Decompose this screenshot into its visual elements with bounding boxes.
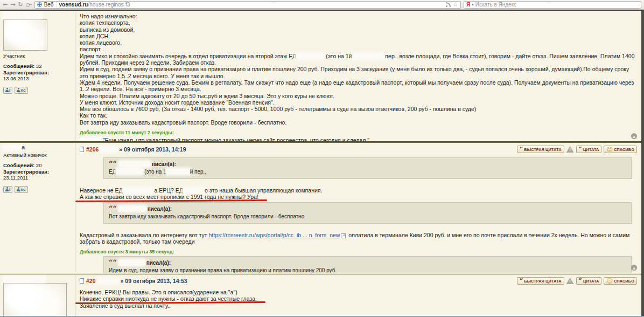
profile-button[interactable]: лс — [15, 186, 27, 193]
author-panel: аАктивный новичокСообщений: 20Зарегистри… — [0, 143, 75, 273]
post-paragraph: Ждем 4 недели. Получаем решение суда. Бе… — [80, 79, 637, 93]
redacted-username — [101, 147, 117, 152]
quote-icon: ““ — [109, 258, 117, 266]
report-icon[interactable]: ! — [566, 278, 574, 284]
quote-header: ““ писал(а): — [109, 204, 626, 212]
thanks-button[interactable]: ☺СПАСИБО — [604, 146, 637, 153]
author-name[interactable] — [3, 275, 72, 282]
thanks-button[interactable]: ☺СПАСИБО — [604, 277, 637, 285]
redacted-text — [296, 53, 324, 59]
post-paragraph: Наверное не ЕД а ЕРЦ? ЕДо это наша бывша… — [80, 187, 637, 194]
profile-button[interactable]: i — [3, 186, 12, 193]
post-date: » 09 октября 2013, 14:19 — [119, 146, 186, 153]
stat-label: Зарегистрирован: — [3, 70, 49, 75]
search-input[interactable]: Я ▾ Искать в Яндекс — [464, 1, 641, 9]
forum-post: #20» 09 октября 2013, 14:53“БЫСТРАЯ ЦИТА… — [0, 274, 641, 316]
stat-label: Сообщений: — [3, 162, 36, 168]
key-icon[interactable] — [26, 3, 32, 6]
text: Как то так. — [80, 112, 107, 119]
bookmark-star-icon[interactable]: ☆ — [453, 1, 458, 8]
page-icon[interactable] — [80, 278, 84, 284]
stat-value: 23.11.2011 — [3, 175, 28, 181]
post-paragraph: Идем тихо и спокойно занимать очередь в … — [80, 53, 637, 66]
scrollbar[interactable] — [641, 11, 644, 317]
text: Что надо изначально: — [80, 13, 137, 19]
report-icon[interactable]: ! — [566, 146, 574, 153]
author-name[interactable]: а — [3, 144, 72, 150]
red-underlined-text: Никакие справки ниоткуда не нужны - отка… — [80, 295, 257, 302]
post-body: #206» 09 октября 2013, 14:19“БЫСТРАЯ ЦИТ… — [75, 143, 641, 273]
post-number[interactable]: #206 — [86, 146, 99, 153]
text: выписка из домовой, — [80, 26, 135, 33]
smiley-icon: ☺ — [606, 147, 612, 153]
avatar — [3, 283, 67, 316]
redacted-text — [183, 188, 205, 193]
quote-button[interactable]: “ЦИТАТА — [576, 277, 602, 285]
search-placeholder: Искать в Яндекс — [475, 2, 516, 8]
web-button[interactable]: Веб — [44, 2, 57, 8]
fast-quote-button[interactable]: “БЫСТРАЯ ЦИТАТА — [517, 277, 564, 285]
chevron-down-icon[interactable]: ▾ — [472, 3, 474, 7]
post-body: #20» 09 октября 2013, 14:53“БЫСТРАЯ ЦИТА… — [75, 274, 641, 316]
post-paragraph: паспорт . — [80, 46, 637, 52]
stat-value: 13.06.2013 — [3, 75, 29, 81]
profile-buttons: iлс — [3, 186, 72, 193]
post-paragraph: Конечно, ЕРКЦ! Вы правы. Это я описался(… — [80, 289, 637, 295]
redacted-text — [119, 206, 146, 211]
author-stat: Зарегистрирован: 13.06.2013 — [3, 70, 72, 82]
quote-button[interactable]: “ЦИТАТА — [576, 146, 602, 153]
globe-icon — [37, 2, 42, 7]
url-path: /house-reginos-f3 — [88, 2, 130, 8]
url-text[interactable]: voensud.ru/house-reginos-f3 — [59, 2, 130, 8]
author-name[interactable] — [3, 12, 72, 18]
rss-icon[interactable] — [445, 2, 451, 8]
post-actions: “БЫСТРАЯ ЦИТАТА!“ЦИТАТА☺СПАСИБО — [517, 146, 637, 153]
quote-line: ЕД (это на 1й пер., — [109, 169, 626, 175]
redacted-text — [353, 53, 383, 59]
text: Ждем 4 недели. Получаем решение суда. Бе… — [80, 79, 634, 92]
post-paragraph: У меня клюют. Источник дохода носит горд… — [80, 99, 637, 106]
quote-icon: ““ — [109, 204, 117, 212]
text: копия техпаспорта, — [80, 19, 130, 26]
page-icon[interactable] — [80, 147, 84, 152]
profile-button[interactable]: лс — [15, 87, 27, 94]
post-paragraph: Что надо изначально: — [80, 13, 637, 19]
text: Вот завтра иду заказывать кадастровый па… — [80, 119, 286, 126]
added-later-note: Добавлено спустя 11 минут 2 секунды: — [80, 130, 637, 135]
quote-line: Идем в суд, подаем заяву о признании пра… — [109, 267, 626, 274]
author-panel — [0, 274, 75, 316]
text: Можно проще. Платим адвокату от 20 до 50… — [80, 93, 334, 99]
forum-post: УчастникСообщений: 32Зарегистрирован: 13… — [0, 11, 641, 143]
text: копия лицевого, — [80, 39, 122, 46]
quote-box: ““ писал(а):Идем в суд, подаем заяву о п… — [103, 256, 632, 274]
post-body: Что надо изначально:копия техпаспорта,вы… — [75, 11, 641, 141]
post-number[interactable]: #20 — [86, 278, 96, 284]
profile-button-label: i — [9, 88, 10, 93]
redacted-text — [3, 276, 45, 281]
refresh-icon[interactable]: ↻ — [18, 2, 23, 8]
text: паспорт . — [80, 46, 104, 52]
stat-value: 20 — [36, 162, 42, 168]
link[interactable]: https://rosreestr.ru/wps/portal/p/cc_ib … — [208, 232, 340, 238]
forward-icon[interactable]: → — [10, 2, 15, 8]
redacted-text — [123, 188, 153, 193]
url-domain: voensud.ru — [59, 2, 88, 8]
address-bar[interactable]: Веб voensud.ru/house-reginos-f3 ☆ — [34, 1, 461, 9]
fast-quote-button[interactable]: “БЫСТРАЯ ЦИТАТА — [517, 146, 564, 153]
back-icon[interactable]: ← — [3, 2, 8, 8]
redacted-text — [80, 137, 101, 143]
text: писал(а): — [145, 260, 171, 266]
added-later-note: Добавлено спустя 3 минуты 35 секунд: — [80, 249, 637, 254]
text: а — [22, 144, 25, 150]
profile-button-label: i — [9, 187, 10, 192]
post-actions: “БЫСТРАЯ ЦИТАТА!“ЦИТАТА☺СПАСИБО — [517, 277, 637, 285]
scroll-top-button[interactable]: ▲ — [631, 265, 637, 271]
scroll-top-button[interactable]: ▲ — [631, 133, 637, 139]
quote-icon: “ — [520, 147, 523, 151]
text: А как же справки со всех мест прописки с… — [80, 194, 258, 200]
quote-icon: “ — [520, 279, 523, 283]
post-paragraph: копия лицевого, — [80, 39, 637, 46]
forum-page: УчастникСообщений: 32Зарегистрирован: 13… — [0, 10, 644, 317]
avatar — [3, 19, 47, 51]
profile-button[interactable]: i — [3, 87, 12, 94]
